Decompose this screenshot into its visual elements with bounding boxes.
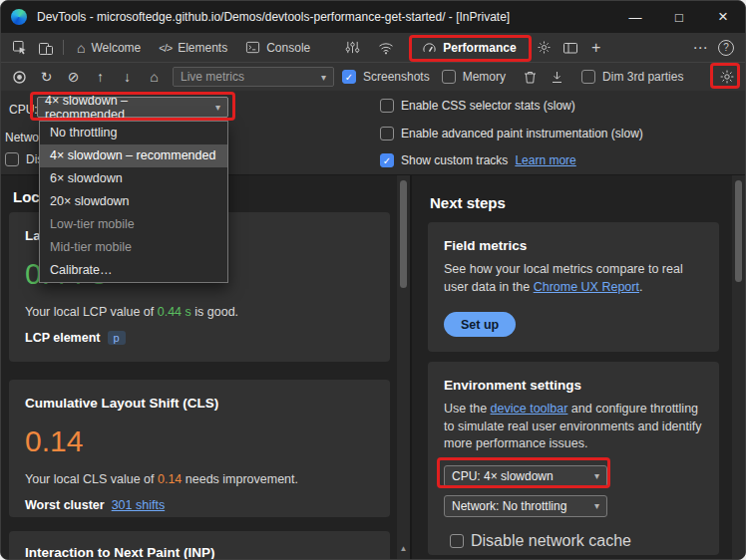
add-tool-icon[interactable]: + [583,36,609,60]
cls-footer: Worst cluster 301 shifts [25,498,374,512]
help-icon[interactable]: ? [713,36,739,60]
layout-panel-icon[interactable] [558,36,583,60]
cpu-option-20x[interactable]: 20× slowdown [40,190,227,213]
left-scrollbar-thumb[interactable] [400,180,407,288]
cls-description: Your local CLS value of 0.14 needs impro… [25,472,374,486]
more-menu-icon[interactable]: ⋯ [687,36,713,60]
cls-desc-pre: Your local CLS value of [25,472,158,486]
memory-checkbox-row[interactable]: Memory [442,70,506,84]
custom-tracks-checkbox[interactable]: ✓ [380,153,394,167]
screenshots-label: Screenshots [363,70,430,84]
dim-3rd-parties-checkbox[interactable] [581,70,595,84]
cpu-label: CPU: [9,100,38,121]
lcp-description: Your local LCP value of 0.44 s is good. [25,305,374,319]
advanced-paint-row[interactable]: Enable advanced paint instrumentation (s… [380,127,643,140]
cpu-option-calibrate[interactable]: Calibrate… [40,259,227,282]
cls-cluster-link[interactable]: 301 shifts [112,498,166,512]
screenshots-checkbox[interactable]: ✓ [342,70,356,84]
clear-icon[interactable]: ⊘ [61,65,86,89]
cpu-option-mid-tier[interactable]: Mid-tier mobile [40,236,227,259]
memory-checkbox[interactable] [442,70,456,84]
inp-card: Interaction to Next Paint (INP) [9,531,390,560]
network-icon[interactable] [373,36,399,60]
inspect-icon[interactable] [7,36,33,60]
inp-card-title: Interaction to Next Paint (INP) [25,545,374,560]
cpu-option-6x[interactable]: 6× slowdown [40,167,227,190]
minimize-button[interactable]: — [613,1,657,33]
disable-js-samples-checkbox[interactable] [5,152,19,166]
tab-performance-label: Performance [443,41,516,55]
cpu-option-4x-recommended[interactable]: 4× slowdown – recommended [40,144,227,167]
divider [63,40,64,55]
tab-console[interactable]: Console [236,33,319,62]
tuner-icon[interactable] [339,36,365,60]
gear-icon[interactable] [532,36,558,60]
load-profile-icon[interactable]: ↑ [88,65,113,89]
chevron-down-icon: ▾ [321,72,326,83]
live-metrics-select[interactable]: Live metrics ▾ [173,67,334,87]
next-steps-panel: Next steps Field metrics See how your lo… [412,175,734,559]
css-selector-stats-checkbox[interactable] [380,99,394,113]
left-panel-scrollbar[interactable]: ▲ [397,175,410,559]
home-live-metrics-icon[interactable]: ⌂ [142,65,167,89]
tab-welcome[interactable]: ⌂ Welcome [68,33,150,62]
right-scrollbar-thumb[interactable] [735,180,742,282]
disable-network-cache-checkbox[interactable] [450,534,464,548]
trash-icon[interactable] [518,65,543,89]
reload-record-icon[interactable]: ↻ [34,65,59,89]
environment-settings-card: Environment settings Use the device tool… [428,362,719,555]
css-selector-stats-row[interactable]: Enable CSS selector stats (slow) [380,99,575,113]
cpu-throttling-select[interactable]: 4× slowdown – recommended ▾ [37,97,228,118]
live-metrics-value: Live metrics [181,70,244,84]
lcp-footer: LCP element p [25,331,374,345]
env-network-select[interactable]: Network: No throttling ▾ [444,495,607,517]
env-cpu-select[interactable]: CPU: 4× slowdown ▾ [444,465,607,487]
env-network-value: Network: No throttling [452,499,566,513]
environment-settings-title: Environment settings [444,378,703,393]
chevron-down-icon: ▾ [594,470,599,481]
cls-value: 0.14 [25,424,374,458]
record-icon[interactable] [7,65,32,89]
advanced-paint-label: Enable advanced paint instrumentation (s… [401,127,643,140]
disable-network-cache-row[interactable]: Disable network cache [450,532,703,550]
chevron-down-icon: ▾ [215,102,220,113]
field-metrics-text-post: . [639,280,642,294]
right-panel-scrollbar[interactable] [732,175,745,559]
scroll-up-arrow[interactable]: ▲ [397,544,410,553]
set-up-button[interactable]: Set up [444,312,516,337]
advanced-paint-checkbox[interactable] [380,127,394,140]
dim-3rd-parties-checkbox-row[interactable]: Dim 3rd parties [581,70,683,84]
capture-settings-gear-icon[interactable] [714,65,739,89]
tab-elements[interactable]: </> Elements [150,33,236,62]
lcp-desc-post: is good. [191,305,238,319]
lcp-desc-pre: Your local LCP value of [25,305,158,319]
devtools-window: DevTools - microsoftedge.github.io/Demos… [0,0,746,560]
close-button[interactable]: × [701,1,745,33]
cpu-throttling-value: 4× slowdown – recommended [45,94,207,122]
cpu-option-low-tier[interactable]: Low-tier mobile [40,213,227,236]
collect-garbage-icon[interactable] [545,65,569,89]
env-cpu-value: CPU: 4× slowdown [452,469,554,483]
custom-tracks-label: Show custom tracks [401,153,508,167]
tab-performance[interactable]: Performance [413,33,525,62]
lcp-element-chip[interactable]: p [108,331,126,345]
screenshots-checkbox-row[interactable]: ✓ Screenshots [342,70,430,84]
lcp-element-label: LCP element [25,331,101,345]
tab-console-label: Console [266,41,310,55]
save-profile-icon[interactable]: ↓ [115,65,140,89]
devtools-app-icon [11,9,27,25]
field-metrics-title: Field metrics [444,238,703,253]
disable-network-cache-label: Disable network cache [471,532,631,550]
cls-card: Cumulative Layout Shift (CLS) 0.14 Your … [9,380,390,517]
elements-icon: </> [159,42,172,54]
css-selector-stats-label: Enable CSS selector stats (slow) [401,99,575,113]
device-toolbar-link[interactable]: device toolbar [491,402,568,416]
learn-more-link[interactable]: Learn more [515,153,575,167]
maximize-button[interactable]: □ [657,1,701,33]
custom-tracks-row[interactable]: ✓ Show custom tracks Learn more [380,153,576,167]
performance-gauge-icon [422,40,437,55]
crux-report-link[interactable]: Chrome UX Report [534,280,639,294]
device-toolbar-icon[interactable] [33,36,59,60]
cpu-option-no-throttling[interactable]: No throttling [40,122,227,144]
home-icon: ⌂ [77,41,85,55]
